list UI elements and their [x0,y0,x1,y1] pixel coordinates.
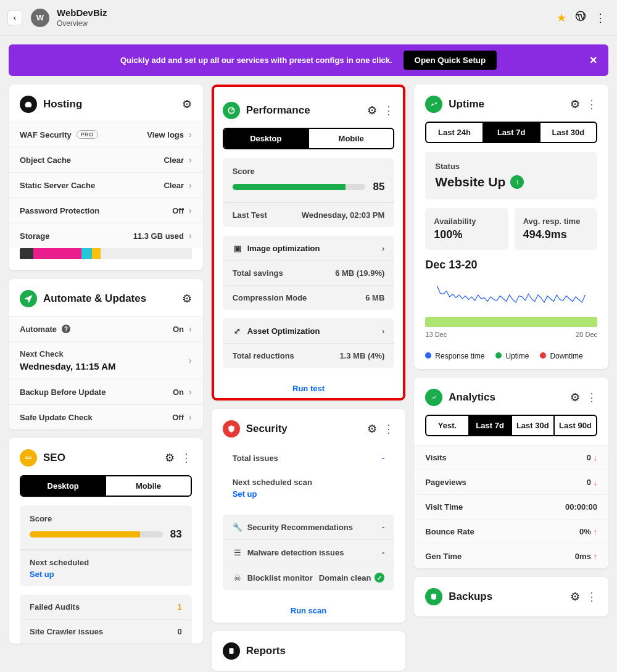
analytics-tab-yest[interactable]: Yest. [426,416,469,435]
reports-title: Reports [246,645,395,657]
seo-title: SEO [43,452,159,464]
password-protection-row[interactable]: Password Protection Off › [9,197,203,223]
automate-toggle-row[interactable]: Automate ? On › [9,316,203,341]
site-avatar: W [31,9,49,27]
chart-x-start: 13 Dec [425,331,447,338]
analytics-settings-icon[interactable]: ⚙ [570,391,580,404]
svg-rect-1 [25,457,32,457]
performance-more-icon[interactable]: ⋮ [383,104,394,117]
backups-icon [425,588,442,605]
seo-tab-mobile[interactable]: Mobile [106,476,190,496]
analytics-more-icon[interactable]: ⋮ [586,391,597,404]
security-recs-row[interactable]: 🔧 Security Recommendations - [223,515,395,539]
uptime-card: Uptime ⚙ ⋮ Last 24h Last 7d Last 30d Sta… [414,85,608,369]
uptime-tab-24h[interactable]: Last 24h [426,123,483,142]
image-opt-header[interactable]: ▣ Image optimization › [223,236,395,260]
performance-settings-icon[interactable]: ⚙ [367,104,377,117]
uptime-settings-icon[interactable]: ⚙ [570,97,580,111]
analytics-tab-90d[interactable]: Last 90d [555,416,596,435]
more-menu-icon[interactable]: ⋮ [595,11,606,25]
backups-more-icon[interactable]: ⋮ [586,590,597,604]
uptime-icon [425,96,442,113]
security-setup-link[interactable]: Set up [233,489,385,499]
malware-row[interactable]: ☰ Malware detection issues - [223,539,395,565]
seo-setup-link[interactable]: Set up [30,570,182,579]
analytics-tab-7d[interactable]: Last 7d [470,416,512,435]
chart-x-end: 20 Dec [576,331,597,338]
analytics-tab-30d[interactable]: Last 30d [512,416,555,435]
uptime-status-value: Website Up [435,175,505,189]
visit-time-row: Visit Time 00:00:00 [414,494,608,519]
run-scan-link[interactable]: Run scan [212,599,406,623]
uptime-legend: Response time Uptime Downtime [414,347,608,369]
uptime-tab-30d[interactable]: Last 30d [540,123,596,142]
automate-title: Automate & Updates [43,292,176,305]
chevron-right-icon: › [189,130,192,139]
backups-settings-icon[interactable]: ⚙ [570,590,580,604]
trend-down-icon: ↓ [591,453,597,462]
run-test-link[interactable]: Run test [212,376,406,400]
seo-failed-audits-row[interactable]: Failed Audits 1 [20,595,192,619]
layers-icon: ☰ [233,547,242,557]
reports-icon [223,642,240,660]
help-icon[interactable]: ? [62,325,70,333]
favorite-star-icon[interactable]: ★ [557,11,566,25]
waf-row[interactable]: WAF Security PRO View logs › [9,122,203,147]
static-cache-row[interactable]: Static Server Cache Clear › [9,172,203,197]
seo-more-icon[interactable]: ⋮ [181,451,192,465]
security-more-icon[interactable]: ⋮ [383,422,394,436]
wrench-icon: 🔧 [233,522,242,532]
total-issues-row: Total issues - [223,446,395,470]
reports-card: Reports [212,631,406,671]
quick-setup-banner: Quickly add and set up all our services … [9,44,608,76]
safe-update-row[interactable]: Safe Update Check Off › [9,404,203,429]
bounce-rate-row: Bounce Rate 0% ↑ [414,519,608,544]
open-quick-setup-button[interactable]: Open Quick Setup [404,51,497,70]
asset-opt-header[interactable]: ⤢ Asset Optimization › [223,318,395,343]
seo-settings-icon[interactable]: ⚙ [165,451,175,465]
object-cache-row[interactable]: Object Cache Clear › [9,147,203,172]
seo-tab-desktop[interactable]: Desktop [21,476,106,496]
blocklist-row[interactable]: ☠ Blocklist monitor Domain clean✓ [223,565,395,590]
security-settings-icon[interactable]: ⚙ [367,422,377,436]
banner-close-icon[interactable]: ✕ [589,54,597,66]
performance-tabs: Desktop Mobile [223,128,395,149]
pro-badge: PRO [77,130,98,139]
chevron-right-icon: › [189,355,192,365]
security-details-box: 🔧 Security Recommendations - ☰ Malware d… [223,515,395,590]
uptime-tab-7d[interactable]: Last 7d [484,123,540,142]
status-up-icon: ↑ [510,175,524,189]
chevron-right-icon: › [189,324,192,334]
backups-card: Backups ⚙ ⋮ [414,577,608,616]
chevron-right-icon: › [382,326,384,336]
performance-tab-mobile[interactable]: Mobile [309,129,393,148]
performance-icon [223,102,240,119]
analytics-tabs: Yest. Last 7d Last 30d Last 90d [425,415,597,436]
backups-title: Backups [449,591,564,603]
next-scan-row: Next scheduled scan Set up [223,470,395,506]
uptime-uptime-bar [425,317,597,327]
uptime-more-icon[interactable]: ⋮ [586,97,597,111]
seo-crawler-row[interactable]: Site Crawler issues 0 [20,619,192,644]
automate-settings-icon[interactable]: ⚙ [182,292,192,305]
security-icon [223,420,240,438]
chevron-right-icon: › [189,205,192,215]
next-check-row[interactable]: Next Check Wednesday, 11:15 AM › [9,341,203,379]
uptime-chart: Dec 13-20 13 Dec 20 Dec [425,259,597,338]
svg-rect-4 [229,648,233,653]
analytics-title: Analytics [449,391,564,404]
analytics-card: Analytics ⚙ ⋮ Yest. Last 7d Last 30d Las… [414,378,608,568]
chevron-right-icon: › [382,244,384,253]
backup-before-update-row[interactable]: Backup Before Update On › [9,379,203,404]
visits-row: Visits 0 ↓ [414,445,608,470]
hosting-title: Hosting [43,98,176,110]
performance-tab-desktop[interactable]: Desktop [224,129,309,148]
uptime-tabs: Last 24h Last 7d Last 30d [425,122,597,143]
image-optimization-box: ▣ Image optimization › Total savings 6 M… [223,236,395,310]
hosting-settings-icon[interactable]: ⚙ [182,97,192,111]
wordpress-icon[interactable] [575,10,586,25]
banner-text: Quickly add and set up all our services … [120,56,392,65]
trend-up-icon: ↑ [591,527,597,536]
back-button[interactable]: ‹ [7,10,22,25]
storage-row[interactable]: Storage 11.3 GB used › [9,223,203,248]
